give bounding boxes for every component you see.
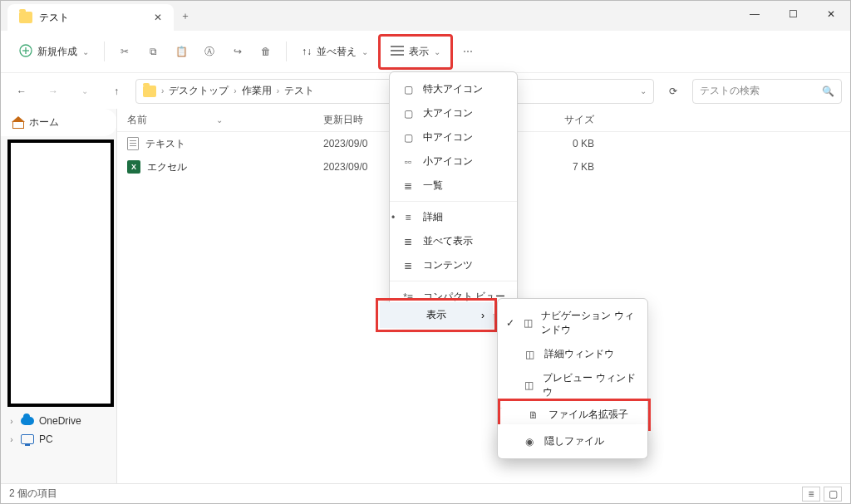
file-size: 0 KB — [538, 138, 604, 149]
check-icon: ✓ — [506, 317, 514, 329]
sidebar-item-pc[interactable]: › PC — [4, 430, 114, 448]
pane-icon: ◫ — [523, 349, 536, 360]
view-list-icon — [391, 46, 404, 58]
menu-extra-large-icons[interactable]: ▢特大アイコン — [390, 77, 517, 101]
tab-title: テスト — [39, 11, 69, 25]
menu-hidden-files[interactable]: ◉隠しファイル — [498, 429, 647, 453]
eye-icon: ◉ — [523, 436, 536, 448]
refresh-button[interactable]: ⟳ — [661, 79, 686, 104]
cut-button[interactable]: ✂ — [111, 38, 138, 65]
chevron-right-icon: › — [277, 86, 279, 95]
crumb-test[interactable]: テスト — [284, 84, 314, 98]
menu-details[interactable]: ≡詳細 — [390, 205, 517, 229]
menu-file-extensions[interactable]: 🗎ファイル名拡張子 — [502, 403, 647, 427]
sort-label: 並べ替え — [317, 45, 357, 59]
pc-label: PC — [39, 433, 53, 445]
up-button[interactable]: ↑ — [104, 79, 129, 104]
search-icon: 🔍 — [822, 86, 834, 97]
menu-content[interactable]: ≣コンテンツ — [390, 253, 517, 277]
home-icon — [12, 117, 24, 129]
close-tab-icon[interactable]: ✕ — [154, 12, 162, 23]
sidebar: ホーム › OneDrive › PC — [1, 109, 117, 483]
menu-details-pane[interactable]: ◫詳細ウィンドウ — [498, 342, 647, 366]
view-label: 表示 — [409, 45, 429, 59]
file-name: テキスト — [145, 137, 185, 151]
paste-button[interactable]: 📋 — [168, 38, 194, 65]
extra-large-icon: ▢ — [401, 84, 415, 95]
tab-current[interactable]: テスト ✕ — [7, 4, 174, 31]
menu-tiles[interactable]: ≣並べて表示 — [390, 229, 517, 253]
close-window-button[interactable]: ✕ — [812, 1, 850, 27]
recent-chevron[interactable]: ⌄ — [72, 79, 97, 104]
small-grid-icon: ▫▫ — [401, 156, 415, 168]
menu-large-icons[interactable]: ▢大アイコン — [390, 101, 517, 125]
tiles-icon: ≣ — [401, 236, 415, 247]
crumb-desktop[interactable]: デスクトップ — [169, 84, 229, 98]
new-button[interactable]: 新規作成 ⌄ — [11, 39, 97, 65]
more-button[interactable]: ⋯ — [455, 38, 481, 65]
thumbnails-view-toggle[interactable]: ▢ — [824, 487, 842, 502]
pane-icon: ◫ — [523, 317, 533, 329]
large-icon: ▢ — [401, 108, 415, 120]
copy-button[interactable]: ⧉ — [140, 38, 166, 65]
menu-nav-pane[interactable]: ✓◫ナビゲーション ウィンドウ — [498, 304, 647, 342]
sidebar-item-onedrive[interactable]: › OneDrive — [4, 412, 114, 430]
share-button[interactable]: ↪ — [224, 38, 251, 65]
file-name: エクセル — [147, 160, 187, 174]
redacted-area — [7, 139, 114, 407]
excel-file-icon: X — [127, 160, 140, 174]
back-button[interactable]: ← — [9, 79, 34, 104]
search-box[interactable]: テストの検索 🔍 — [692, 79, 842, 104]
sidebar-tree: › OneDrive › PC — [1, 407, 117, 448]
new-label: 新規作成 — [37, 45, 77, 59]
chevron-down-icon: ⌄ — [82, 47, 89, 56]
maximize-button[interactable]: ☐ — [774, 1, 812, 27]
pc-icon — [21, 434, 34, 444]
minimize-button[interactable]: ― — [735, 1, 774, 27]
pane-icon: ◫ — [523, 379, 534, 391]
new-tab-button[interactable]: ＋ — [180, 9, 190, 23]
medium-icon: ▢ — [401, 132, 415, 144]
menu-list[interactable]: ≣一覧 — [390, 174, 517, 198]
view-button[interactable]: 表示 ⌄ — [378, 34, 453, 70]
window-controls: ― ☐ ✕ — [735, 1, 850, 27]
rename-button[interactable]: Ⓐ — [196, 38, 223, 65]
details-icon: ≡ — [401, 212, 415, 223]
plus-circle-icon — [19, 44, 32, 60]
chevron-down-icon: ⌄ — [434, 47, 440, 56]
menu-show[interactable]: 表示 › — [380, 302, 493, 328]
folder-icon — [19, 12, 32, 23]
chevron-right-icon[interactable]: › — [7, 435, 16, 444]
sidebar-home-label: ホーム — [29, 115, 59, 130]
chevron-right-icon[interactable]: › — [7, 417, 16, 426]
sort-icon: ↑↓ — [302, 46, 312, 57]
list-icon: ≣ — [401, 180, 415, 192]
chevron-right-icon: › — [234, 86, 236, 95]
toolbar: 新規作成 ⌄ ✂ ⧉ 📋 Ⓐ ↪ 🗑 ↑↓ 並べ替え ⌄ 表示 ⌄ ⋯ — [1, 31, 850, 72]
menu-small-icons[interactable]: ▫▫小アイコン — [390, 149, 517, 174]
file-icon: 🗎 — [527, 409, 540, 421]
title-bar: テスト ✕ ＋ ― ☐ ✕ — [1, 1, 850, 31]
sort-button[interactable]: ↑↓ 並べ替え ⌄ — [293, 40, 376, 64]
chevron-down-icon[interactable]: ⌄ — [640, 86, 647, 95]
menu-show-highlight: 表示 › — [376, 298, 497, 332]
chevron-right-icon: › — [161, 86, 164, 95]
delete-button[interactable]: 🗑 — [253, 38, 279, 65]
forward-button[interactable]: → — [41, 79, 66, 104]
menu-medium-icons[interactable]: ▢中アイコン — [390, 125, 517, 149]
show-submenu-tail: ◉隠しファイル — [497, 424, 648, 459]
sidebar-item-home[interactable]: ホーム — [1, 109, 117, 136]
search-placeholder: テストの検索 — [700, 84, 760, 98]
onedrive-label: OneDrive — [39, 415, 81, 427]
col-name-header[interactable]: 名前 ⌄ — [117, 113, 313, 127]
view-menu: ▢特大アイコン ▢大アイコン ▢中アイコン ▫▫小アイコン ≣一覧 ≡詳細 ≣並… — [389, 71, 518, 315]
details-view-toggle[interactable]: ≡ — [802, 487, 820, 502]
chevron-down-icon: ⌄ — [216, 115, 223, 125]
content-icon: ≣ — [401, 260, 415, 272]
folder-icon — [143, 86, 156, 97]
text-file-icon — [127, 137, 139, 150]
onedrive-icon — [21, 417, 34, 425]
col-size-header[interactable]: サイズ — [538, 113, 604, 127]
crumb-work[interactable]: 作業用 — [242, 84, 272, 98]
chevron-down-icon: ⌄ — [362, 47, 368, 56]
